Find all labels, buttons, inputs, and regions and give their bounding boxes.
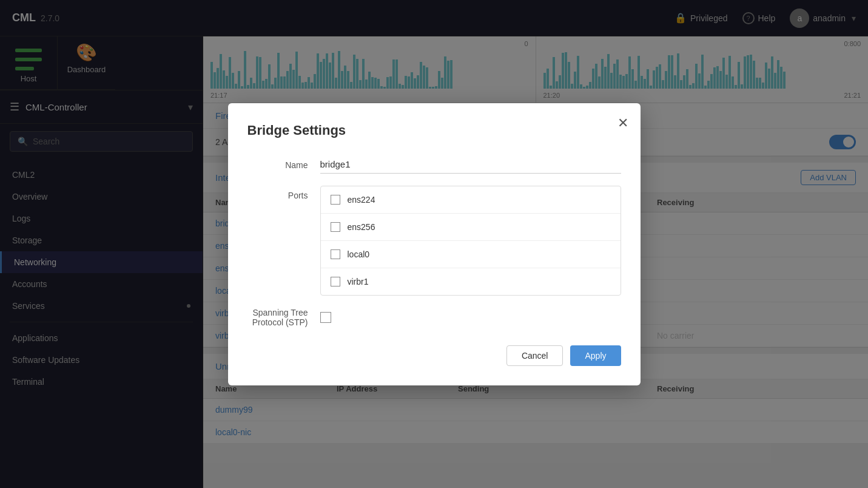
name-input[interactable] — [320, 155, 621, 174]
port-checkbox-ens256[interactable] — [331, 222, 340, 232]
cancel-button[interactable]: Cancel — [506, 345, 564, 366]
modal-close-button[interactable]: ✕ — [617, 115, 628, 131]
ports-form-row: Ports ens224 ens256 local0 — [247, 186, 621, 296]
port-item-local0: local0 — [321, 241, 621, 268]
modal-overlay: Bridge Settings ✕ Name Ports ens224 — [0, 0, 868, 488]
port-name-virbr1: virbr1 — [348, 277, 369, 286]
bridge-settings-modal: Bridge Settings ✕ Name Ports ens224 — [228, 103, 641, 385]
port-item-virbr1: virbr1 — [321, 268, 621, 295]
port-name-local0: local0 — [348, 249, 370, 259]
port-item-ens256: ens256 — [321, 214, 621, 241]
port-name-ens224: ens224 — [348, 195, 375, 205]
port-name-ens256: ens256 — [348, 222, 375, 232]
apply-button[interactable]: Apply — [570, 345, 621, 366]
port-checkbox-ens224[interactable] — [331, 195, 340, 205]
port-checkbox-virbr1[interactable] — [331, 277, 340, 286]
ports-label: Ports — [247, 186, 320, 200]
ports-list: ens224 ens256 local0 virbr1 — [320, 186, 621, 296]
name-field — [320, 155, 621, 174]
stp-label: Spanning Tree Protocol (STP) — [247, 308, 320, 327]
ports-field: ens224 ens256 local0 virbr1 — [320, 186, 621, 296]
modal-title: Bridge Settings — [247, 123, 621, 138]
stp-row: Spanning Tree Protocol (STP) — [247, 308, 621, 327]
modal-actions: Cancel Apply — [247, 345, 621, 366]
name-label: Name — [247, 155, 320, 170]
port-item-ens224: ens224 — [321, 186, 621, 214]
stp-checkbox[interactable] — [320, 312, 331, 323]
port-checkbox-local0[interactable] — [331, 249, 340, 259]
name-form-row: Name — [247, 155, 621, 174]
